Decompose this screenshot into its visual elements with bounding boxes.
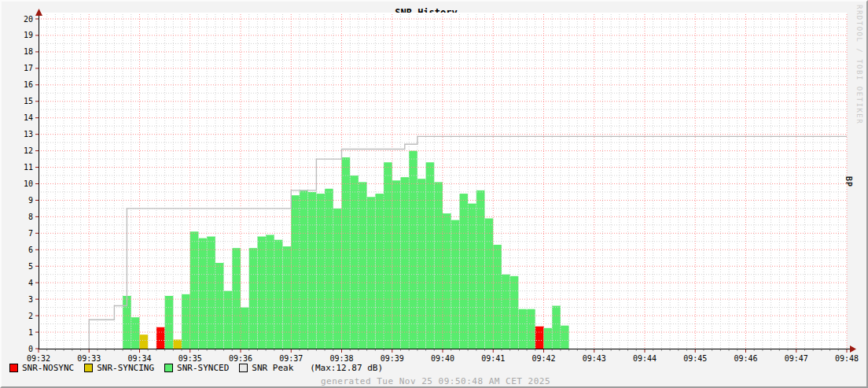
snr-bar-synced — [300, 190, 308, 349]
y-tick-label: 18 — [24, 47, 33, 56]
snr-bar-synced — [518, 309, 527, 349]
legend-item-syncing: SNR-SYNCING — [84, 363, 154, 373]
snr-bar-synced — [400, 177, 409, 349]
snr-bar-nosync — [535, 327, 544, 349]
y-tick-label: 1 — [28, 328, 33, 337]
snr-bar-synced — [266, 235, 274, 349]
snr-bar-synced — [350, 176, 359, 349]
legend: SNR-NOSYNC SNR-SYNCING SNR-SYNCED SNR Pe… — [9, 363, 383, 373]
snr-bar-synced — [502, 275, 510, 349]
snr-bar-synced — [451, 220, 460, 349]
snr-bar-synced — [249, 248, 258, 349]
snr-bar-synced — [283, 246, 292, 349]
x-tick-label: 09:41 — [481, 354, 505, 363]
snr-bar-syncing — [140, 334, 149, 349]
x-tick-label: 09:38 — [329, 354, 353, 363]
peak-max-note: (Max:12.87 dB) — [310, 363, 383, 373]
snr-bar-synced — [190, 231, 199, 349]
legend-label: SNR-NOSYNC — [22, 363, 74, 373]
snr-bar-synced — [232, 248, 241, 349]
y-tick-label: 9 — [28, 196, 33, 205]
x-tick-label: 09:47 — [785, 354, 808, 363]
y-tick-label: 0 — [28, 345, 33, 353]
y-axis-arrow-icon — [35, 9, 42, 16]
y-tick-label: 20 — [24, 15, 33, 24]
snr-bar-synced — [527, 309, 535, 349]
rrdtool-watermark: RRDTOOL / TOBI OETIKER — [855, 5, 863, 124]
snr-bar-synced — [561, 326, 569, 349]
snr-bar-synced — [224, 291, 233, 349]
snr-bar-synced — [476, 190, 485, 349]
x-tick-label: 09:33 — [77, 354, 101, 363]
y-tick-label: 12 — [24, 146, 33, 155]
right-axis-label: BP — [844, 176, 853, 187]
snr-bar-synced — [215, 263, 224, 349]
y-tick-label: 11 — [24, 163, 33, 172]
snr-bar-synced — [417, 179, 426, 349]
snr-bar-synced — [308, 192, 317, 349]
y-tick-label: 10 — [24, 179, 33, 188]
snr-bar-synced — [367, 197, 376, 349]
snr-bar-synced — [325, 189, 333, 349]
y-tick-label: 16 — [24, 80, 33, 89]
snr-bar-synced — [510, 276, 519, 349]
snr-bar-synced — [443, 213, 451, 349]
snr-bar-synced — [493, 245, 502, 349]
nosync-swatch-icon — [9, 364, 18, 372]
y-tick-label: 8 — [28, 212, 33, 221]
x-tick-label: 09:39 — [381, 354, 404, 363]
snr-bar-synced — [291, 195, 300, 349]
x-tick-label: 09:48 — [835, 354, 859, 363]
snr-bar-synced — [241, 308, 249, 349]
snr-bar-synced — [131, 317, 140, 349]
x-tick-label: 09:44 — [633, 354, 657, 363]
snr-bar-synced — [274, 240, 283, 349]
y-tick-label: 17 — [24, 64, 33, 72]
x-tick-label: 09:42 — [531, 354, 555, 363]
generated-timestamp: generated Tue Nov 25 09:50:48 AM CET 202… — [2, 376, 868, 386]
y-tick-label: 19 — [24, 31, 33, 39]
snr-bar-syncing — [173, 339, 182, 349]
snr-bar-synced — [342, 157, 351, 349]
syncing-swatch-icon — [84, 364, 93, 372]
snr-bar-synced — [485, 218, 494, 349]
snr-bar-synced — [552, 306, 561, 349]
x-tick-label: 09:45 — [683, 354, 707, 363]
x-tick-label: 09:40 — [431, 354, 454, 363]
snr-bar-nosync — [156, 327, 165, 349]
snr-history-chart: 0123456789101112131415161718192009:3209:… — [2, 2, 868, 388]
y-tick-label: 5 — [28, 262, 33, 271]
peak-swatch-icon — [239, 364, 248, 372]
y-tick-label: 3 — [28, 295, 33, 304]
y-tick-label: 7 — [28, 229, 33, 238]
x-tick-label: 09:35 — [178, 354, 202, 363]
x-tick-label: 09:32 — [27, 354, 50, 363]
snr-bar-synced — [426, 162, 435, 349]
y-tick-label: 2 — [28, 312, 33, 320]
snr-bar-synced — [198, 238, 207, 349]
synced-swatch-icon — [164, 364, 173, 372]
x-tick-label: 09:36 — [229, 354, 252, 363]
legend-item-nosync: SNR-NOSYNC — [9, 363, 74, 373]
snr-bar-synced — [333, 209, 342, 349]
y-tick-label: 14 — [24, 113, 33, 122]
legend-label: SNR-SYNCED — [177, 363, 229, 373]
y-tick-label: 15 — [24, 97, 33, 105]
y-tick-label: 13 — [24, 130, 33, 139]
snr-bar-synced — [392, 180, 401, 349]
x-axis-arrow-icon — [850, 346, 856, 353]
legend-item-peak: SNR Peak — [239, 363, 293, 373]
x-tick-label: 09:34 — [127, 354, 151, 363]
x-tick-label: 09:43 — [583, 354, 606, 363]
snr-bar-synced — [384, 162, 392, 349]
snr-bar-synced — [544, 328, 553, 349]
y-tick-label: 6 — [28, 246, 33, 254]
legend-item-synced: SNR-SYNCED — [164, 363, 229, 373]
x-tick-label: 09:37 — [279, 354, 303, 363]
x-tick-label: 09:46 — [734, 354, 757, 363]
legend-label: SNR-SYNCING — [97, 363, 154, 373]
legend-label: SNR Peak — [252, 363, 293, 373]
snr-bar-synced — [257, 237, 266, 349]
y-tick-label: 4 — [28, 279, 33, 287]
rrd-graph-image: SNR History 0123456789101112131415161718… — [0, 0, 868, 388]
